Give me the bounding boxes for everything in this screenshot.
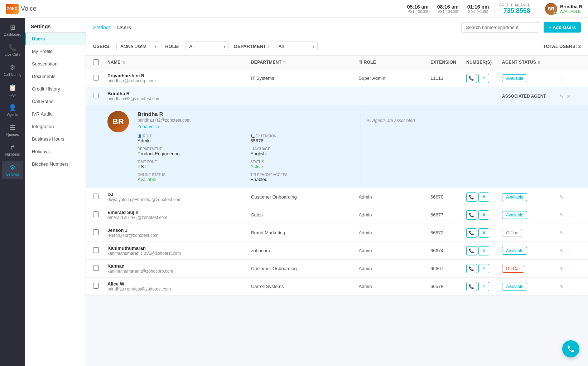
row4-more-icon[interactable]: ⋮ [567,212,572,218]
float-call-button[interactable] [562,340,579,357]
expanded-online-status-value: Available [138,177,239,182]
row4-edit-icon[interactable]: ✎ [559,212,564,218]
sidebar-item-logs[interactable]: 📋 Logs [2,81,23,99]
row3-checkbox[interactable] [93,194,99,199]
row7-more-icon[interactable]: ⋮ [567,266,572,272]
sidebar-item-ivraudio[interactable]: IVR Audio [25,108,86,120]
row6-call-btn[interactable]: 📞 [466,246,477,255]
row8-number-btns: 📞 # [466,282,502,291]
sidebar-item-queues[interactable]: ☰ Queues [2,121,23,140]
row1-call-btn[interactable]: 📞 [466,74,477,83]
callconfig-icon: ⚙ [10,64,15,72]
th-agent-status: AGENT STATUS ⇅ [502,59,559,65]
row3-edit-icon[interactable]: ✎ [559,194,564,200]
expanded-fields: 👤 ROLE Admin 📞 EXTENSION 65676 DEPARTMEN… [138,134,352,182]
sidebar-item-credithistory[interactable]: Credit History [25,83,86,95]
row7-role: Admin [359,266,430,271]
row3-hash-btn[interactable]: # [478,192,489,202]
sidebar-item-users[interactable]: Users [25,33,86,45]
row1-hash-btn[interactable]: # [478,74,489,83]
row1-more-icon[interactable]: ⋮ [559,75,564,81]
breadcrumb-settings-link[interactable]: Settings [93,25,111,30]
row5-checkbox[interactable] [93,229,99,235]
dept-filter-select[interactable]: All [275,42,318,51]
timezone-gmt-label: GMT (+1:00) [467,10,489,14]
row5-call-btn[interactable]: 📞 [466,228,477,238]
sidebar-item-agents[interactable]: 👤 Agents [2,101,23,119]
sidebar-item-numbers[interactable]: # Numbers [2,141,23,159]
sidebar-item-documents[interactable]: Documents [25,70,86,83]
row7-edit-icon[interactable]: ✎ [559,266,564,272]
add-users-button[interactable]: + Add Users [544,22,581,33]
sidebar-item-businesshours[interactable]: Business Hours [25,133,86,145]
row2-close-icon[interactable]: ✕ [567,93,571,99]
sidebar-item-settings[interactable]: ⚙ Settings [2,161,23,179]
row3-name: DJ [107,192,251,197]
row8-hash-btn[interactable]: # [478,282,489,291]
users-table: NAME ⇅ DEPARTMENT ⇅ ⇅ ROLE EXTENSION NUM… [86,56,588,296]
sidebar-item-subscription[interactable]: Subscription [25,58,86,70]
row5-name: Jenson J [107,228,251,233]
th-department: DEPARTMENT ⇅ [251,59,359,65]
row8-call-btn[interactable]: 📞 [466,282,477,291]
row2-edit-icon[interactable]: ✎ [559,93,564,99]
expanded-online-status-label: ONLINE STATUS [138,173,239,177]
row5-hash-btn[interactable]: # [478,228,489,238]
sidebar-item-blockednumbers[interactable]: Blocked Numbers [25,158,86,170]
row8-checkbox[interactable] [93,283,99,289]
sidebar-item-holidays[interactable]: Holidays [25,145,86,158]
logo-icon: ZOHO [6,4,19,14]
row4-checkbox[interactable] [93,211,99,217]
row5-role: Admin [359,230,430,235]
row5-more-icon[interactable]: ⋮ [567,230,572,236]
row2-checkbox[interactable] [93,93,99,98]
row7-call-btn[interactable]: 📞 [466,264,477,273]
table-row: Jenson J jenson.j+br@zohotest.com Brand … [86,224,588,242]
row6-checkbox[interactable] [93,247,99,253]
expanded-language-value: English [250,151,352,156]
row5-number-btns: 📞 # [466,228,502,238]
dashboard-icon: ⊞ [10,24,15,31]
users-filter-group: Active Users All Users Inactive Users [116,42,159,51]
row6-more-icon[interactable]: ⋮ [567,248,572,254]
select-all-checkbox[interactable] [93,59,99,65]
users-filter-select[interactable]: Active Users All Users Inactive Users [116,42,159,51]
filter-bar: USERS: Active Users All Users Inactive U… [86,37,588,56]
expanded-zoho-link[interactable]: Zoho Voice [138,124,352,129]
expanded-name: Brindha R [138,111,352,117]
row8-more-icon[interactable]: ⋮ [567,284,572,289]
expanded-status-label: STATUS [250,160,352,164]
sidebar-title: Settings [25,18,86,33]
row3-more-icon[interactable]: ⋮ [567,194,572,200]
row6-edit-icon[interactable]: ✎ [559,248,564,254]
sidebar-item-myprofile[interactable]: My Profile [25,45,86,58]
row1-checkbox[interactable] [93,75,99,80]
row4-email: emerald.sujin+jj@zohotest.com [107,215,251,220]
expanded-dept-value: Product Engineering [138,151,239,156]
sidebar-item-livecalls[interactable]: 📞 Live Calls [2,41,23,59]
sidebar-item-callconfig[interactable]: ⚙ Call Config [2,61,23,79]
row7-checkbox[interactable] [93,265,99,271]
row2-name: Brindha R [107,91,251,96]
user-profile[interactable]: BR Brindha R AVAILABLE [541,3,582,15]
row6-hash-btn[interactable]: # [478,246,489,255]
row3-call-btn[interactable]: 📞 [466,192,477,202]
row4-hash-btn[interactable]: # [478,210,489,220]
main-layout: ⊞ Dashboard 📞 Live Calls ⚙ Call Config 📋… [0,18,588,366]
row4-call-btn[interactable]: 📞 [466,210,477,220]
row7-hash-btn[interactable]: # [478,264,489,273]
row7-checkbox-cell [93,265,107,272]
sidebar-item-callrates[interactable]: Call Rates [25,95,86,108]
role-filter-select[interactable]: All Admin Super Admin [185,42,228,51]
row5-edit-icon[interactable]: ✎ [559,230,564,236]
row8-edit-icon[interactable]: ✎ [559,284,564,289]
row5-status: Offline [502,229,522,237]
search-input[interactable] [461,22,540,33]
sidebar-item-dashboard[interactable]: ⊞ Dashboard [2,21,23,39]
row1-checkbox-cell [93,75,107,82]
livecalls-icon: 📞 [9,44,16,52]
sidebar-item-integration[interactable]: Integration [25,120,86,133]
row3-actions: ✎ ⋮ [559,194,581,200]
row3-extension: 66670 [430,194,466,200]
row8-name: Alice W [107,281,251,287]
